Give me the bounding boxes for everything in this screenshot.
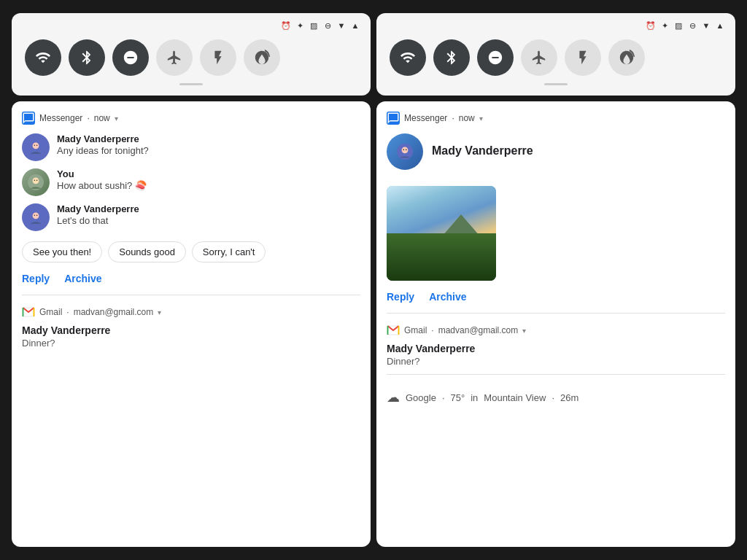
alarm-icon: ⏰ xyxy=(281,20,291,31)
svg-point-10 xyxy=(34,214,36,216)
wifi-toggle-r[interactable] xyxy=(390,39,426,76)
gmail-subject-left: Dinner? xyxy=(22,338,360,349)
weather-provider: Google xyxy=(406,392,436,403)
chip-see-you[interactable]: See you then! xyxy=(22,241,102,262)
weather-temp: 75° xyxy=(451,392,465,403)
message-3: Mady Vanderperre Let's do that xyxy=(22,203,360,231)
alarm-icon-r: ⏰ xyxy=(646,20,656,31)
svg-point-16 xyxy=(406,149,407,150)
signal-icon: ▲ xyxy=(350,20,360,31)
right-status-bar: ⏰ ✦ ▨ ⊖ ▼ ▲ xyxy=(387,20,725,31)
flashlight-toggle[interactable] xyxy=(200,39,236,76)
drag-handle xyxy=(179,83,203,85)
bluetooth-status-icon: ✦ xyxy=(295,20,305,31)
weather-time: 26m xyxy=(560,392,578,403)
gmail-header-right: Gmail · madvan@gmail.com ▾ xyxy=(387,324,725,337)
left-notification-panel: Messenger · now ▾ Mady Vande xyxy=(12,101,371,547)
messenger-action-buttons-right: Reply Archive xyxy=(387,291,725,303)
bluetooth-status-icon-r: ✦ xyxy=(659,20,670,31)
message-1-content: Mady Vanderperre Any ideas for tonight? xyxy=(57,133,360,156)
messenger-icon-right xyxy=(387,112,400,125)
flashlight-toggle-r[interactable] xyxy=(565,39,601,76)
messenger-app-name-left: Messenger xyxy=(39,113,82,123)
messenger-dot-right: · xyxy=(452,113,454,123)
gmail-email-left: madvan@gmail.com xyxy=(74,307,154,317)
reply-button-left[interactable]: Reply xyxy=(22,273,50,284)
expanded-sender-row: Mady Vanderperre xyxy=(387,133,725,177)
gmail-header-left: Gmail · madvan@gmail.com ▾ xyxy=(22,306,360,319)
bluetooth-toggle[interactable] xyxy=(69,39,105,76)
message-1-text: Any ideas for tonight? xyxy=(57,145,360,156)
drag-handle-r xyxy=(544,83,568,85)
wifi-status-icon-r: ▼ xyxy=(701,20,711,31)
rotate-toggle-r[interactable] xyxy=(608,39,645,76)
gmail-subject-right: Dinner? xyxy=(387,356,725,367)
svg-point-5 xyxy=(33,177,39,184)
mady-avatar-2 xyxy=(22,203,50,231)
conversation-list: Mady Vanderperre Any ideas for tonight? xyxy=(22,133,360,231)
gmail-chevron-right[interactable]: ▾ xyxy=(522,327,526,335)
airplane-toggle[interactable] xyxy=(156,39,193,76)
messenger-time-right: now xyxy=(459,113,475,123)
svg-point-11 xyxy=(36,214,38,216)
svg-point-3 xyxy=(36,144,38,146)
gmail-dot-right: · xyxy=(431,325,433,335)
gmail-email-right: madvan@gmail.com xyxy=(438,325,519,335)
expanded-avatar xyxy=(387,133,423,170)
cast-icon: ▨ xyxy=(309,20,319,31)
message-1-sender: Mady Vanderperre xyxy=(57,133,360,144)
weather-dot-2: · xyxy=(551,392,554,403)
dnd-toggle[interactable] xyxy=(112,39,149,76)
archive-button-left[interactable]: Archive xyxy=(64,273,101,284)
gmail-app-name-left: Gmail xyxy=(39,307,62,317)
message-2-sender: You xyxy=(57,168,360,179)
svg-point-15 xyxy=(403,149,404,150)
message-2-text: How about sushi? 🍣 xyxy=(57,180,360,191)
weather-cloud-icon: ☁ xyxy=(387,389,400,405)
svg-point-14 xyxy=(402,147,409,153)
cast-icon-r: ▨ xyxy=(673,20,684,31)
svg-point-1 xyxy=(33,142,39,149)
dnd-status-icon-r: ⊖ xyxy=(687,20,697,31)
rotate-toggle[interactable] xyxy=(244,39,280,76)
divider-left xyxy=(22,295,360,295)
gmail-app-name-right: Gmail xyxy=(404,325,427,335)
gmail-notif-left: Gmail · madvan@gmail.com ▾ Mady Vanderpe… xyxy=(22,303,360,349)
expanded-sender-name: Mady Vanderperre xyxy=(432,144,533,158)
messenger-icon-left xyxy=(22,112,35,125)
gmail-icon-right xyxy=(387,324,400,337)
weather-location: Mountain View xyxy=(484,392,546,403)
svg-point-7 xyxy=(36,179,38,181)
dnd-toggle-r[interactable] xyxy=(477,39,514,76)
message-3-text: Let's do that xyxy=(57,215,360,226)
messenger-dot-left: · xyxy=(87,113,89,123)
messenger-chevron-right[interactable]: ▾ xyxy=(479,114,483,122)
right-qs-icons xyxy=(387,39,725,76)
divider-right-1 xyxy=(387,313,725,314)
messenger-chevron-left[interactable]: ▾ xyxy=(115,114,118,122)
messenger-header-right: Messenger · now ▾ xyxy=(387,112,725,125)
message-1: Mady Vanderperre Any ideas for tonight? xyxy=(22,133,360,161)
wifi-status-icon: ▼ xyxy=(336,20,347,31)
you-avatar xyxy=(22,168,50,196)
quick-reply-chips: See you then! Sounds good Sorry, I can't xyxy=(22,241,360,262)
gmail-icon-left xyxy=(22,306,35,319)
chip-sorry[interactable]: Sorry, I can't xyxy=(192,241,266,262)
left-status-bar: ⏰ ✦ ▨ ⊖ ▼ ▲ xyxy=(22,20,360,31)
wifi-toggle[interactable] xyxy=(25,39,61,76)
messenger-header-left: Messenger · now ▾ xyxy=(22,112,360,125)
message-2: You How about sushi? 🍣 xyxy=(22,168,360,196)
messenger-action-buttons-left: Reply Archive xyxy=(22,273,360,284)
left-quick-settings-panel: ⏰ ✦ ▨ ⊖ ▼ ▲ xyxy=(12,13,371,96)
archive-button-right[interactable]: Archive xyxy=(429,291,466,303)
signal-icon-r: ▲ xyxy=(715,20,725,31)
chip-sounds-good[interactable]: Sounds good xyxy=(108,241,186,262)
weather-dot-1: · xyxy=(442,392,445,403)
messenger-time-left: now xyxy=(94,113,110,123)
messenger-app-name-right: Messenger xyxy=(404,113,447,123)
left-qs-icons xyxy=(22,39,360,76)
airplane-toggle-r[interactable] xyxy=(521,39,557,76)
reply-button-right[interactable]: Reply xyxy=(387,291,414,303)
gmail-chevron-left[interactable]: ▾ xyxy=(158,308,161,316)
bluetooth-toggle-r[interactable] xyxy=(433,39,470,76)
